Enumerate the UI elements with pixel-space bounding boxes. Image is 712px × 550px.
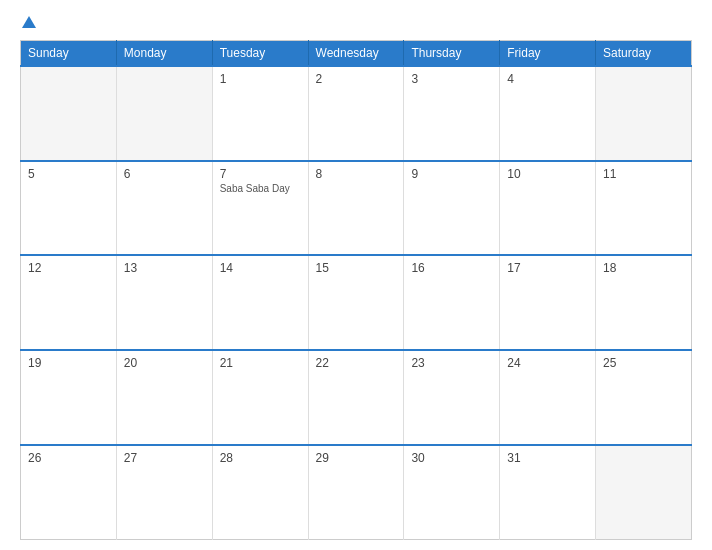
weekday-header-friday: Friday xyxy=(500,41,596,67)
calendar-cell: 23 xyxy=(404,350,500,445)
calendar-cell: 18 xyxy=(596,255,692,350)
page: SundayMondayTuesdayWednesdayThursdayFrid… xyxy=(0,0,712,550)
day-number: 11 xyxy=(603,167,687,181)
day-number: 22 xyxy=(316,356,400,370)
day-number: 31 xyxy=(507,451,591,465)
weekday-header-thursday: Thursday xyxy=(404,41,500,67)
calendar-cell: 27 xyxy=(116,445,212,540)
calendar-cell: 14 xyxy=(212,255,308,350)
calendar-cell: 2 xyxy=(308,66,404,161)
day-number: 29 xyxy=(316,451,400,465)
day-number: 27 xyxy=(124,451,208,465)
week-row-5: 262728293031 xyxy=(21,445,692,540)
day-number: 12 xyxy=(28,261,112,275)
day-number: 30 xyxy=(411,451,495,465)
calendar-cell: 24 xyxy=(500,350,596,445)
day-number: 25 xyxy=(603,356,687,370)
calendar-cell xyxy=(116,66,212,161)
week-row-1: 1234 xyxy=(21,66,692,161)
holiday-label: Saba Saba Day xyxy=(220,183,304,194)
weekday-header-tuesday: Tuesday xyxy=(212,41,308,67)
calendar-cell: 21 xyxy=(212,350,308,445)
calendar-cell: 29 xyxy=(308,445,404,540)
day-number: 20 xyxy=(124,356,208,370)
calendar-cell: 7Saba Saba Day xyxy=(212,161,308,256)
calendar-cell: 6 xyxy=(116,161,212,256)
calendar-cell: 22 xyxy=(308,350,404,445)
day-number: 6 xyxy=(124,167,208,181)
day-number: 17 xyxy=(507,261,591,275)
day-number: 10 xyxy=(507,167,591,181)
day-number: 13 xyxy=(124,261,208,275)
calendar-cell: 25 xyxy=(596,350,692,445)
weekday-header-monday: Monday xyxy=(116,41,212,67)
day-number: 5 xyxy=(28,167,112,181)
day-number: 18 xyxy=(603,261,687,275)
logo-triangle-icon xyxy=(22,16,36,28)
week-row-2: 567Saba Saba Day891011 xyxy=(21,161,692,256)
day-number: 24 xyxy=(507,356,591,370)
day-number: 15 xyxy=(316,261,400,275)
day-number: 28 xyxy=(220,451,304,465)
day-number: 14 xyxy=(220,261,304,275)
day-number: 8 xyxy=(316,167,400,181)
calendar-cell: 13 xyxy=(116,255,212,350)
week-row-4: 19202122232425 xyxy=(21,350,692,445)
weekday-header-saturday: Saturday xyxy=(596,41,692,67)
logo xyxy=(20,18,36,30)
calendar-table: SundayMondayTuesdayWednesdayThursdayFrid… xyxy=(20,40,692,540)
calendar-cell: 20 xyxy=(116,350,212,445)
calendar-cell xyxy=(21,66,117,161)
day-number: 16 xyxy=(411,261,495,275)
weekday-header-row: SundayMondayTuesdayWednesdayThursdayFrid… xyxy=(21,41,692,67)
weekday-header-wednesday: Wednesday xyxy=(308,41,404,67)
calendar-cell xyxy=(596,66,692,161)
day-number: 3 xyxy=(411,72,495,86)
calendar-cell: 12 xyxy=(21,255,117,350)
day-number: 4 xyxy=(507,72,591,86)
day-number: 23 xyxy=(411,356,495,370)
day-number: 2 xyxy=(316,72,400,86)
weekday-header-sunday: Sunday xyxy=(21,41,117,67)
day-number: 9 xyxy=(411,167,495,181)
week-row-3: 12131415161718 xyxy=(21,255,692,350)
day-number: 19 xyxy=(28,356,112,370)
calendar-cell: 19 xyxy=(21,350,117,445)
calendar-cell: 8 xyxy=(308,161,404,256)
calendar-cell: 31 xyxy=(500,445,596,540)
calendar-cell: 16 xyxy=(404,255,500,350)
header xyxy=(20,18,692,30)
calendar-cell: 1 xyxy=(212,66,308,161)
calendar-cell: 10 xyxy=(500,161,596,256)
calendar-cell: 4 xyxy=(500,66,596,161)
day-number: 1 xyxy=(220,72,304,86)
calendar-cell: 5 xyxy=(21,161,117,256)
calendar-cell: 9 xyxy=(404,161,500,256)
calendar-cell xyxy=(596,445,692,540)
day-number: 26 xyxy=(28,451,112,465)
day-number: 21 xyxy=(220,356,304,370)
calendar-cell: 17 xyxy=(500,255,596,350)
day-number: 7 xyxy=(220,167,304,181)
calendar-cell: 15 xyxy=(308,255,404,350)
calendar-cell: 28 xyxy=(212,445,308,540)
calendar-cell: 11 xyxy=(596,161,692,256)
calendar-cell: 26 xyxy=(21,445,117,540)
calendar-cell: 30 xyxy=(404,445,500,540)
calendar-cell: 3 xyxy=(404,66,500,161)
